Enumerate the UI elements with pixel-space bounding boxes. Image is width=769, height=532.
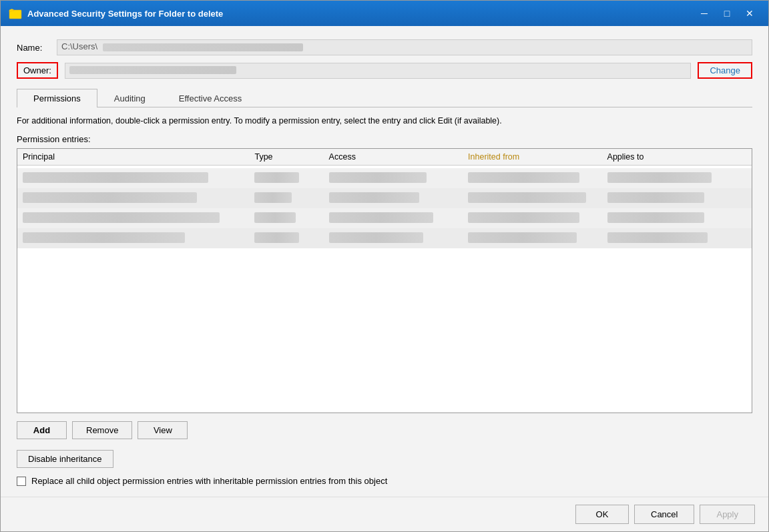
owner-label: Owner: — [17, 62, 58, 79]
replace-row: Replace all child object permission entr… — [17, 476, 752, 486]
maximize-button[interactable]: □ — [716, 4, 738, 23]
owner-row: Owner: Change — [17, 62, 752, 79]
tab-auditing[interactable]: Auditing — [97, 89, 162, 107]
permission-entries-label: Permission entries: — [17, 134, 752, 144]
remove-button[interactable]: Remove — [72, 421, 132, 439]
disable-inheritance-button[interactable]: Disable inheritance — [17, 450, 113, 468]
tab-effective-access[interactable]: Effective Access — [162, 89, 258, 107]
ok-button[interactable]: OK — [575, 505, 629, 524]
table-body[interactable] — [17, 166, 752, 413]
title-bar: Advanced Security Settings for Folder to… — [1, 1, 768, 26]
main-window: Advanced Security Settings for Folder to… — [0, 0, 769, 532]
owner-blurred — [69, 66, 236, 74]
change-button[interactable]: Change — [698, 62, 752, 79]
apply-button[interactable]: Apply — [700, 505, 755, 524]
table-row[interactable] — [17, 228, 752, 248]
replace-label: Replace all child object permission entr… — [31, 476, 387, 486]
col-type: Type — [254, 152, 328, 162]
col-inherited: Inherited from — [468, 152, 607, 162]
close-button[interactable]: ✕ — [739, 4, 760, 23]
window-title: Advanced Security Settings for Folder to… — [27, 9, 694, 19]
svg-rect-0 — [9, 10, 21, 19]
table-header: Principal Type Access Inherited from App… — [17, 149, 752, 166]
name-value: C:\Users\ — [57, 39, 752, 55]
table-row[interactable] — [17, 188, 752, 208]
cancel-button[interactable]: Cancel — [634, 505, 694, 524]
window-controls: ─ □ ✕ — [694, 4, 760, 23]
footer: OK Cancel Apply — [1, 497, 768, 531]
dialog-content: Name: C:\Users\ Owner: Change Permission… — [1, 26, 768, 497]
window-icon — [9, 7, 22, 20]
name-blurred — [103, 43, 303, 51]
disable-inheritance-row: Disable inheritance — [17, 445, 752, 468]
name-row: Name: C:\Users\ — [17, 39, 752, 55]
name-label: Name: — [17, 43, 57, 53]
view-button[interactable]: View — [138, 421, 188, 439]
add-button[interactable]: Add — [17, 421, 67, 439]
table-row[interactable] — [17, 168, 752, 188]
info-text: For additional information, double-click… — [17, 115, 752, 127]
permission-table: Principal Type Access Inherited from App… — [17, 148, 752, 414]
action-buttons-row: Add Remove View — [17, 421, 752, 439]
replace-checkbox[interactable] — [17, 477, 26, 486]
tab-permissions[interactable]: Permissions — [17, 89, 97, 107]
owner-value — [65, 63, 692, 79]
tabs-container: Permissions Auditing Effective Access — [17, 88, 752, 107]
minimize-button[interactable]: ─ — [694, 4, 715, 23]
table-row[interactable] — [17, 208, 752, 228]
col-principal: Principal — [23, 152, 254, 162]
col-access: Access — [329, 152, 468, 162]
col-applies: Applies to — [607, 152, 746, 162]
